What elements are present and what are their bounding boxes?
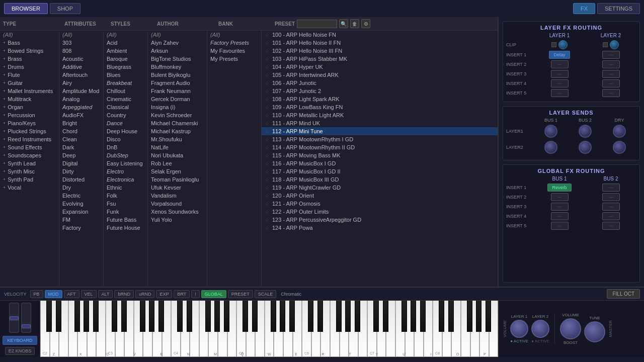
attr-list-item[interactable]: Dark (59, 143, 103, 151)
global-insert3-bus2-btn[interactable]: — (602, 203, 620, 211)
author-list-item[interactable]: Yuli Yolo (148, 216, 207, 224)
styles-list-item[interactable]: Classical (104, 103, 147, 111)
author-list-item[interactable]: Kevin Schroeder (148, 111, 207, 119)
global-insert1-bus2-btn[interactable]: — (602, 184, 620, 192)
attr-list-item[interactable]: Arpeggiated (59, 103, 103, 111)
type-list-item[interactable]: +Piano/Keys (0, 119, 59, 127)
preset-list-item[interactable]: ☆102 - ARP Hello Noise III FN (262, 47, 498, 55)
insert5-l2-btn[interactable]: — (602, 89, 620, 97)
black-key[interactable] (252, 301, 258, 332)
attr-list-item[interactable]: 303 (59, 39, 103, 47)
author-list-item[interactable]: Gercek Dorman (148, 95, 207, 103)
black-key[interactable] (205, 301, 211, 332)
attr-list-item[interactable]: Factory (59, 224, 103, 232)
attr-list-item[interactable]: Amplitude Mod (59, 87, 103, 95)
black-key[interactable] (243, 301, 248, 332)
alt-btn[interactable]: ALT (98, 290, 113, 298)
sends-l2-dry-knob[interactable] (613, 141, 626, 154)
preset-list-item[interactable]: ☆115 - ARP Moving Bass MK (262, 151, 498, 159)
attr-list-item[interactable]: Electric (59, 192, 103, 200)
star-icon[interactable]: ☆ (265, 113, 269, 118)
preset-list-item[interactable]: ☆104 - ARP Hyper UK (262, 63, 498, 71)
clip-l2-knob[interactable] (610, 40, 619, 49)
black-key[interactable] (373, 301, 379, 332)
attr-list-item[interactable]: Distorted (59, 175, 103, 184)
fill-oct-btn[interactable]: FILL OCT (607, 289, 640, 299)
preset-list-item[interactable]: ☆113 - ARP MootownRhythm I GD (262, 135, 498, 143)
star-icon[interactable]: ☆ (265, 48, 269, 54)
attr-list-item[interactable]: (All) (59, 31, 103, 39)
exp-btn[interactable]: EXP (156, 290, 172, 298)
settings-button[interactable]: SETTINGS (597, 3, 640, 14)
black-key[interactable] (486, 301, 491, 332)
black-key[interactable] (187, 301, 192, 332)
preset-list-item[interactable]: ☆105 - ARP Intertwined ARK (262, 71, 498, 79)
black-key[interactable] (280, 301, 285, 332)
black-key[interactable] (439, 301, 444, 332)
black-key[interactable] (93, 301, 99, 332)
star-icon[interactable]: ☆ (265, 121, 269, 126)
master-volume-knob[interactable] (560, 318, 581, 339)
star-icon[interactable]: ☆ (265, 137, 269, 142)
styles-list-item[interactable]: Funk (104, 208, 147, 216)
mod-btn[interactable]: MOD (45, 290, 62, 298)
type-list-item[interactable]: +Organ (0, 103, 59, 111)
type-list-item[interactable]: +Sound Effects (0, 143, 59, 151)
insert2-l1-btn[interactable]: — (551, 60, 569, 68)
attr-list-item[interactable]: Aftertouch (59, 71, 103, 79)
preset-list-item[interactable]: ☆101 - ARP Hello Noise II FN (262, 39, 498, 47)
author-list-item[interactable]: Aiyn Zahev (148, 39, 207, 47)
attr-list-item[interactable]: 808 (59, 47, 103, 55)
mod-wheel-slider[interactable] (21, 303, 31, 333)
author-list-item[interactable]: Michael Chamerski (148, 119, 207, 127)
vel-btn[interactable]: VEL (81, 290, 97, 298)
star-icon[interactable]: ☆ (265, 153, 269, 158)
black-key[interactable] (383, 301, 388, 332)
global-insert4-bus2-btn[interactable]: — (602, 212, 620, 220)
star-icon[interactable]: ☆ (265, 225, 269, 231)
author-list-item[interactable]: Bluffmonkey (148, 63, 207, 71)
black-key[interactable] (74, 301, 80, 332)
styles-list-item[interactable]: Easy Listening (104, 159, 147, 167)
type-list-item[interactable]: +Reed Instruments (0, 135, 59, 143)
attr-list-item[interactable]: Evolving (59, 200, 103, 208)
black-key[interactable] (271, 301, 276, 332)
black-key[interactable] (420, 301, 426, 332)
preset-list-item[interactable]: ☆112 - ARP Mini Tune (262, 127, 498, 135)
black-key[interactable] (411, 301, 416, 332)
styles-list-item[interactable]: Fsu (104, 200, 147, 208)
author-list-item[interactable]: BigTone Studios (148, 55, 207, 63)
attr-list-item[interactable]: Digital (59, 159, 103, 167)
sends-l1-bus1-knob[interactable] (544, 125, 557, 138)
preset-list-item[interactable]: ☆114 - ARP MootownRhythm II GD (262, 143, 498, 151)
bank-list-item[interactable]: My Presets (207, 55, 261, 63)
author-list-item[interactable]: Insigna (i) (148, 103, 207, 111)
black-key[interactable] (401, 301, 407, 332)
star-icon[interactable]: ☆ (265, 88, 269, 94)
styles-list-item[interactable]: (All) (104, 31, 147, 39)
styles-list-item[interactable]: Dance (104, 119, 147, 127)
styles-list-item[interactable]: Bluegrass (104, 63, 147, 71)
attr-list-item[interactable]: Deep (59, 151, 103, 159)
black-key[interactable] (345, 301, 351, 332)
global-insert5-bus2-btn[interactable]: — (602, 222, 620, 230)
pitch-bend-slider[interactable] (9, 303, 19, 333)
brnd-btn[interactable]: bRND (114, 290, 134, 298)
attr-list-item[interactable]: AudioFX (59, 111, 103, 119)
type-list-item[interactable]: +Vocal (0, 184, 59, 192)
author-list-item[interactable]: Frank Neumann (148, 87, 207, 95)
black-key[interactable] (448, 301, 454, 332)
type-list-item[interactable]: +Synth Lead (0, 159, 59, 167)
star-icon[interactable]: ☆ (265, 129, 269, 134)
attr-list-item[interactable]: Dry (59, 184, 103, 192)
insert3-l2-btn[interactable]: — (602, 70, 620, 78)
settings-icon[interactable]: ⚙ (361, 19, 370, 28)
insert5-l1-btn[interactable]: — (551, 89, 569, 97)
fx-button[interactable]: FX (573, 3, 595, 14)
type-list-item[interactable]: +Multitrack (0, 95, 59, 103)
preset-list-item[interactable]: ☆103 - ARP HiPass Stabber MK (262, 55, 498, 63)
global-btn[interactable]: GLOBAL (201, 290, 226, 298)
author-list-item[interactable]: Vandalism (148, 192, 207, 200)
type-list-item[interactable]: +Bowed Strings (0, 47, 59, 55)
author-list-item[interactable]: Bulent Biyikoglu (148, 71, 207, 79)
